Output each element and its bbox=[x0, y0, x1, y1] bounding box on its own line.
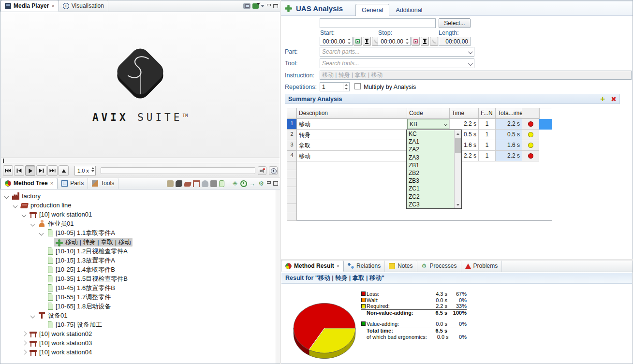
frequency-cell[interactable]: 1 bbox=[479, 119, 496, 130]
code-dropdown-option[interactable]: ZB1 bbox=[407, 161, 454, 169]
row-selection-marker[interactable] bbox=[539, 151, 552, 161]
audio-mute-button[interactable] bbox=[258, 166, 266, 175]
export-video-icon[interactable] bbox=[252, 3, 259, 9]
scroll-down-icon[interactable] bbox=[455, 201, 461, 208]
right-horizontal-sash[interactable] bbox=[280, 259, 633, 261]
tree-expander-icon[interactable] bbox=[21, 340, 27, 346]
tree-expander-icon[interactable] bbox=[21, 349, 27, 355]
minimize-icon[interactable] bbox=[266, 181, 271, 186]
tree-expander-icon[interactable] bbox=[21, 211, 27, 218]
seek-bar[interactable] bbox=[1, 158, 280, 163]
tree-item[interactable]: 设备01 bbox=[1, 311, 280, 320]
camera-icon[interactable] bbox=[243, 3, 250, 9]
maximize-icon[interactable] bbox=[273, 4, 278, 8]
start-time-spinner[interactable] bbox=[346, 38, 352, 45]
scroll-up-icon[interactable] bbox=[455, 130, 461, 137]
operator-icon[interactable] bbox=[202, 180, 208, 187]
row-number-cell[interactable] bbox=[287, 204, 297, 213]
row-number-cell[interactable]: 3 bbox=[287, 140, 297, 151]
repetitions-spin-buttons[interactable] bbox=[343, 83, 349, 90]
tree-item[interactable]: [10-35] 1.5目视检查零件B bbox=[1, 274, 280, 283]
row-number-cell[interactable] bbox=[287, 187, 297, 196]
row-number-cell[interactable] bbox=[287, 170, 297, 179]
tree-item[interactable]: [10-10] 1.2目视检查零件A bbox=[1, 247, 280, 256]
tab-notes[interactable]: Notes bbox=[385, 260, 417, 272]
frequency-cell[interactable]: 1 bbox=[479, 140, 496, 151]
row-number-cell[interactable]: 4 bbox=[287, 151, 297, 161]
time-cell[interactable]: 2.2 s bbox=[450, 119, 479, 130]
tool-combo[interactable]: Search tools... bbox=[320, 58, 474, 68]
code-dropdown-option[interactable]: ZC2 bbox=[407, 193, 454, 201]
minimize-icon[interactable] bbox=[266, 4, 271, 8]
row-selection-marker[interactable] bbox=[539, 140, 552, 151]
description-cell[interactable]: 拿取 bbox=[297, 140, 407, 151]
code-dropdown-option[interactable]: ZB2 bbox=[407, 169, 454, 177]
stop-time-spinner[interactable] bbox=[404, 38, 410, 45]
tree-expander-icon[interactable] bbox=[29, 312, 36, 319]
stop-time-field[interactable]: 00:00.00 bbox=[378, 37, 411, 46]
part-combo[interactable]: Search parts... bbox=[320, 47, 474, 57]
start-time-field[interactable]: 00:00.00 bbox=[320, 37, 353, 46]
row-number-cell[interactable] bbox=[287, 212, 297, 221]
tab-general[interactable]: General bbox=[355, 4, 389, 16]
description-cell[interactable]: 移动 bbox=[297, 151, 407, 161]
code-dropdown-option[interactable]: ZB3 bbox=[407, 177, 454, 185]
activity-icon[interactable] bbox=[219, 180, 224, 187]
row-number-cell[interactable] bbox=[287, 178, 297, 187]
column-header-frequency[interactable]: F...N bbox=[479, 108, 496, 119]
total-time-cell[interactable]: 1.6 s bbox=[496, 140, 522, 151]
left-horizontal-sash[interactable] bbox=[0, 177, 280, 178]
playback-speed-spinner[interactable]: 1.0 x bbox=[74, 166, 96, 175]
row-selection-marker[interactable] bbox=[539, 130, 552, 140]
skip-to-start-button[interactable] bbox=[3, 165, 13, 176]
code-cell[interactable]: KB bbox=[407, 119, 450, 130]
column-header-description[interactable]: Description bbox=[297, 108, 407, 119]
tree-item[interactable]: [10-05] 1.1拿取零件A bbox=[1, 228, 280, 237]
tab-method-result[interactable]: Method Result × bbox=[281, 260, 344, 272]
tree-scrollbar[interactable] bbox=[276, 190, 280, 364]
time-display-button[interactable] bbox=[269, 166, 278, 175]
close-icon[interactable]: × bbox=[337, 263, 339, 269]
tree-item[interactable]: production line bbox=[1, 201, 280, 210]
next-frame-button[interactable] bbox=[36, 165, 46, 176]
tree-item[interactable]: [10-45] 1.6放置零件B bbox=[1, 283, 280, 292]
total-time-cell[interactable]: 0.5 s bbox=[496, 130, 522, 140]
delete-row-icon[interactable]: ✖ bbox=[611, 95, 617, 103]
vertical-sash[interactable] bbox=[280, 0, 281, 364]
dropdown-scrollbar[interactable] bbox=[454, 130, 461, 208]
tab-visualisation[interactable]: i Visualisation bbox=[59, 0, 108, 12]
code-dropdown-option[interactable]: KC bbox=[407, 130, 454, 138]
tree-item[interactable]: [10-25] 1.4拿取零件B bbox=[1, 265, 280, 274]
tab-processes[interactable]: ⚙ Processes bbox=[417, 260, 461, 272]
column-header-code[interactable]: Code bbox=[407, 108, 450, 119]
production-line-dark-icon[interactable] bbox=[176, 180, 182, 187]
row-number-cell[interactable]: 1 bbox=[287, 119, 297, 130]
code-dropdown-option[interactable]: ZA2 bbox=[407, 146, 454, 153]
tree-item[interactable]: [10-65] 1.8启动设备 bbox=[1, 302, 280, 311]
maximize-icon[interactable] bbox=[273, 181, 278, 186]
code-dropdown-option[interactable]: ZA1 bbox=[407, 138, 454, 146]
playhead-cursor[interactable] bbox=[3, 159, 4, 163]
speed-spin-buttons[interactable] bbox=[91, 167, 94, 172]
tree-item[interactable]: [10-15] 1.3放置零件A bbox=[1, 256, 280, 265]
tab-problems[interactable]: Problems bbox=[461, 260, 502, 272]
tree-expander-icon[interactable] bbox=[38, 230, 44, 236]
description-cell[interactable]: 转身 bbox=[297, 130, 407, 140]
set-start-from-playhead-icon[interactable] bbox=[353, 37, 362, 46]
close-icon[interactable]: × bbox=[50, 180, 53, 186]
code-dropdown-option[interactable]: ZC1 bbox=[407, 185, 454, 192]
row-number-cell[interactable] bbox=[287, 195, 297, 204]
tree-expander-icon[interactable] bbox=[21, 331, 27, 337]
code-dropdown-option[interactable]: ZC3 bbox=[407, 201, 454, 208]
code-dropdown-option[interactable]: ZA3 bbox=[407, 154, 454, 161]
tab-method-tree[interactable]: Method Tree × bbox=[0, 177, 58, 189]
column-header-status[interactable] bbox=[522, 108, 539, 119]
tree-expander-icon[interactable] bbox=[12, 202, 18, 208]
close-icon[interactable]: × bbox=[51, 3, 54, 9]
time-icon[interactable] bbox=[240, 180, 247, 187]
tree-item[interactable]: 移动 | 转身 | 拿取 | 移动 bbox=[1, 237, 280, 247]
workstation-icon[interactable] bbox=[193, 180, 200, 187]
set-stop-from-playhead-icon[interactable] bbox=[412, 37, 420, 46]
stop-marker-icon[interactable] bbox=[421, 37, 429, 46]
column-header-total-time[interactable]: Tota...ime bbox=[496, 108, 522, 119]
